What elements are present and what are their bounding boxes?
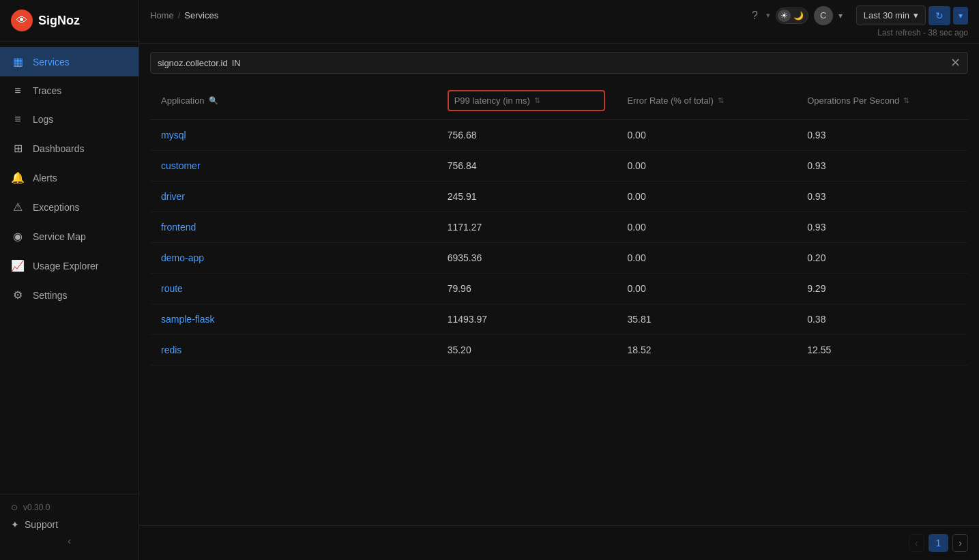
sidebar-nav: ▦ Services ≡ Traces ≡ Logs ⊞ Dashboards …: [0, 42, 138, 494]
next-page-button[interactable]: ›: [952, 534, 968, 552]
col-ops-per-second[interactable]: Operations Per Second ⇅: [796, 82, 968, 120]
help-button[interactable]: ?: [749, 7, 761, 25]
sidebar-item-label: Dashboards: [33, 143, 85, 154]
traces-icon: ≡: [11, 85, 25, 97]
table-row: frontend1171.270.000.93: [150, 212, 968, 243]
collapse-button[interactable]: ‹: [11, 530, 128, 552]
service-link[interactable]: sample-flask: [161, 314, 215, 325]
cell-ops: 0.93: [796, 212, 968, 243]
main-area: Home / Services ? ▾ ☀ 🌙 C ▾: [139, 0, 979, 560]
support-button[interactable]: ✦ Support: [11, 519, 128, 530]
sidebar-item-dashboards[interactable]: ⊞ Dashboards: [0, 134, 138, 163]
cell-error-rate: 0.00: [616, 120, 796, 151]
sidebar-item-services[interactable]: ▦ Services: [0, 47, 138, 76]
refresh-dropdown-button[interactable]: ▾: [953, 7, 968, 25]
breadcrumb-separator: /: [178, 10, 181, 20]
sort-icon-p99: ⇅: [534, 96, 540, 105]
header-controls: ? ▾ ☀ 🌙 C ▾ Last 30 min ▾ ↻ ▾: [749, 5, 968, 25]
sidebar-item-label: Settings: [33, 290, 68, 301]
service-link[interactable]: demo-app: [161, 252, 204, 263]
cell-error-rate: 0.00: [616, 243, 796, 274]
col-p99latency[interactable]: Click to sort ascending P99 latency (in …: [437, 82, 617, 120]
filter-operator: IN: [232, 58, 241, 68]
sidebar-item-alerts[interactable]: 🔔 Alerts: [0, 163, 138, 192]
sort-icon-ops: ⇅: [903, 96, 909, 105]
sidebar-item-settings[interactable]: ⚙ Settings: [0, 280, 138, 310]
service-link[interactable]: redis: [161, 344, 181, 355]
cell-application: sample-flask: [150, 304, 437, 335]
cell-p99latency: 1171.27: [437, 212, 617, 243]
logs-icon: ≡: [11, 113, 25, 126]
time-selector[interactable]: Last 30 min ▾: [856, 5, 926, 25]
cell-application: driver: [150, 181, 437, 212]
service-link[interactable]: driver: [161, 191, 185, 202]
prev-page-button[interactable]: ‹: [909, 534, 924, 552]
top-header: Home / Services ? ▾ ☀ 🌙 C ▾: [139, 0, 979, 44]
sidebar-item-usage-explorer[interactable]: 📈 Usage Explorer: [0, 251, 138, 280]
filter-close-button[interactable]: ✕: [950, 55, 961, 70]
col-error-rate[interactable]: Error Rate (% of total) ⇅: [616, 82, 796, 120]
table-row: driver245.910.000.93: [150, 181, 968, 212]
sidebar-item-label: Service Map: [33, 231, 86, 242]
breadcrumb: Home / Services: [150, 10, 218, 20]
refresh-button[interactable]: ↻: [929, 6, 950, 25]
theme-sun-icon: ☀: [778, 10, 791, 22]
sort-icon-error-rate: ⇅: [718, 96, 724, 105]
settings-icon: ⚙: [11, 289, 25, 301]
cell-error-rate: 0.00: [616, 181, 796, 212]
sidebar-item-exceptions[interactable]: ⚠ Exceptions: [0, 192, 138, 222]
sidebar-item-label: Alerts: [33, 173, 57, 183]
service-map-icon: ◉: [11, 230, 25, 243]
services-icon: ▦: [11, 55, 25, 68]
filter-key: signoz.collector.id: [158, 58, 228, 68]
service-link[interactable]: customer: [161, 160, 201, 171]
exceptions-icon: ⚠: [11, 201, 25, 213]
cell-ops: 0.93: [796, 151, 968, 181]
cell-application: customer: [150, 151, 437, 181]
version-info: ⊙ v0.30.0: [11, 503, 128, 512]
service-link[interactable]: route: [161, 283, 183, 294]
cell-error-rate: 0.00: [616, 274, 796, 304]
service-link[interactable]: frontend: [161, 222, 196, 233]
table-row: sample-flask11493.9735.810.38: [150, 304, 968, 335]
col-application[interactable]: Application 🔍: [150, 82, 437, 120]
breadcrumb-home[interactable]: Home: [150, 10, 174, 20]
cell-ops: 9.29: [796, 274, 968, 304]
sidebar-footer: ⊙ v0.30.0 ✦ Support ‹: [0, 494, 138, 560]
cell-error-rate: 0.00: [616, 212, 796, 243]
current-page: 1: [929, 534, 949, 552]
collapse-icon: ‹: [68, 535, 71, 546]
cell-application: demo-app: [150, 243, 437, 274]
sidebar: 👁 SigNoz ▦ Services ≡ Traces ≡ Logs ⊞ Da…: [0, 0, 139, 560]
support-icon: ✦: [11, 519, 19, 530]
sidebar-item-logs[interactable]: ≡ Logs: [0, 105, 138, 134]
prev-icon: ‹: [915, 537, 918, 548]
sidebar-item-service-map[interactable]: ◉ Service Map: [0, 222, 138, 251]
service-link[interactable]: mysql: [161, 130, 186, 141]
logo-area: 👁 SigNoz: [0, 0, 138, 42]
sort-icon-application: 🔍: [209, 96, 218, 105]
cell-p99latency: 35.20: [437, 335, 617, 366]
cell-p99latency: 245.91: [437, 181, 617, 212]
cell-p99latency: 756.68: [437, 120, 617, 151]
support-label: Support: [25, 519, 58, 530]
cell-error-rate: 35.81: [616, 304, 796, 335]
cell-ops: 0.20: [796, 243, 968, 274]
cell-p99latency: 6935.36: [437, 243, 617, 274]
cell-error-rate: 18.52: [616, 335, 796, 366]
cell-application: route: [150, 274, 437, 304]
cell-p99latency: 756.84: [437, 151, 617, 181]
sidebar-item-traces[interactable]: ≡ Traces: [0, 76, 138, 105]
cell-application: redis: [150, 335, 437, 366]
avatar[interactable]: C: [814, 6, 833, 25]
time-selector-label: Last 30 min: [864, 10, 909, 20]
dashboards-icon: ⊞: [11, 142, 25, 155]
sidebar-item-label: Usage Explorer: [33, 261, 99, 271]
cell-ops: 12.55: [796, 335, 968, 366]
app-name: SigNoz: [38, 14, 80, 28]
help-icon: ?: [752, 10, 758, 21]
version-icon: ⊙: [11, 503, 18, 512]
theme-toggle[interactable]: ☀ 🌙: [776, 8, 808, 24]
user-menu-button[interactable]: ▾: [838, 11, 843, 20]
cell-application: mysql: [150, 120, 437, 151]
